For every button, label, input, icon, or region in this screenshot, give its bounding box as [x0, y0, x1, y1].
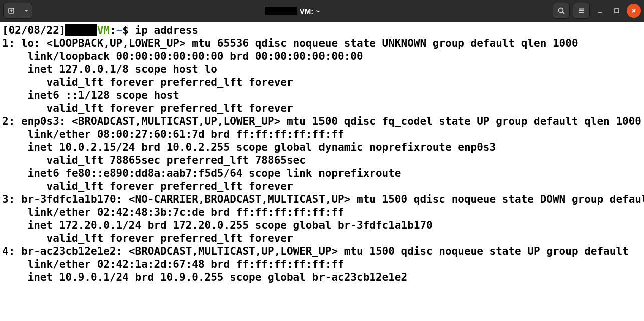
output-line: valid_lft forever preferred_lft forever — [2, 76, 293, 88]
window-titlebar: user VM: ~ — [0, 0, 644, 22]
output-line: inet 10.9.0.1/24 brd 10.9.0.255 scope gl… — [2, 272, 407, 284]
hamburger-menu-button[interactable] — [573, 3, 590, 19]
prompt-colon: : — [110, 24, 116, 36]
minimize-button[interactable] — [593, 4, 607, 18]
search-button[interactable] — [553, 3, 570, 19]
hamburger-icon — [577, 7, 585, 15]
prompt-host: VM — [97, 24, 110, 36]
output-line: valid_lft forever preferred_lft forever — [2, 232, 293, 244]
new-tab-icon — [8, 7, 16, 15]
titlebar-right — [553, 3, 641, 19]
minimize-icon — [597, 8, 603, 14]
svg-rect-2 — [615, 9, 619, 13]
title-redacted: user — [265, 7, 297, 16]
prompt-date: 02/08/22 — [9, 24, 59, 36]
terminal-output[interactable]: [02/08/22]user@VM:~$ ip address 1: lo: <… — [0, 22, 644, 284]
chevron-down-icon — [24, 8, 29, 14]
output-line: valid_lft forever preferred_lft forever — [2, 102, 293, 114]
output-line: inet 10.0.2.15/24 brd 10.0.2.255 scope g… — [2, 142, 496, 154]
output-line: link/loopback 00:00:00:00:00:00 brd 00:0… — [2, 50, 363, 62]
output-line: inet 127.0.0.1/8 scope host lo — [2, 64, 217, 76]
output-line: valid_lft forever preferred_lft forever — [2, 180, 293, 192]
output-line: inet6 fe80::e890:dd8a:aab7:f5d5/64 scope… — [2, 168, 401, 180]
close-icon — [631, 8, 637, 14]
prompt-bracket-close: ] — [59, 24, 66, 36]
close-button[interactable] — [627, 4, 641, 18]
output-line: 3: br-3fdfc1a1b170: <NO-CARRIER,BROADCAS… — [2, 194, 644, 206]
output-line: link/ether 08:00:27:60:61:7d brd ff:ff:f… — [2, 128, 344, 140]
output-line: inet 172.20.0.1/24 brd 172.20.0.255 scop… — [2, 220, 433, 232]
svg-point-1 — [559, 8, 563, 13]
prompt-user-redacted: user@ — [65, 24, 97, 36]
output-line: 4: br-ac23cb12e1e2: <BROADCAST,MULTICAST… — [2, 246, 629, 258]
maximize-button[interactable] — [610, 4, 624, 18]
window-title: user VM: ~ — [32, 7, 553, 16]
output-line: 1: lo: <LOOPBACK,UP,LOWER_UP> mtu 65536 … — [2, 38, 578, 50]
output-line: valid_lft 78865sec preferred_lft 78865se… — [2, 154, 306, 166]
output-line: inet6 ::1/128 scope host — [2, 90, 179, 102]
output-line: 2: enp0s3: <BROADCAST,MULTICAST,UP,LOWER… — [2, 116, 641, 128]
titlebar-left — [3, 3, 32, 19]
new-tab-dropdown[interactable] — [20, 3, 32, 19]
command-text: ip address — [135, 24, 198, 36]
new-tab-button[interactable] — [3, 3, 20, 19]
prompt-cwd: ~ — [116, 24, 123, 36]
output-line: link/ether 02:42:1a:2d:67:48 brd ff:ff:f… — [2, 258, 344, 270]
output-line: link/ether 02:42:48:3b:7c:de brd ff:ff:f… — [2, 206, 344, 218]
search-icon — [557, 7, 565, 15]
maximize-icon — [614, 8, 620, 14]
prompt-sigil: $ — [122, 24, 135, 36]
title-text: VM: ~ — [300, 7, 320, 16]
prompt-bracket-open: [ — [2, 24, 9, 36]
